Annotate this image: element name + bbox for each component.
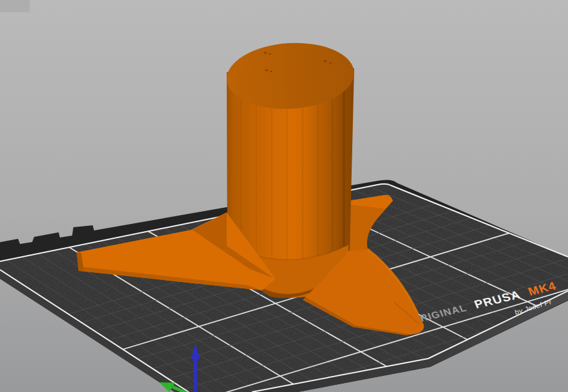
corner-patch xyxy=(0,0,30,12)
scene-canvas[interactable]: ORIGINAL PRUSA MK4 by Josef Pr xyxy=(0,0,568,392)
viewport-3d[interactable]: ORIGINAL PRUSA MK4 by Josef Pr xyxy=(0,0,568,392)
